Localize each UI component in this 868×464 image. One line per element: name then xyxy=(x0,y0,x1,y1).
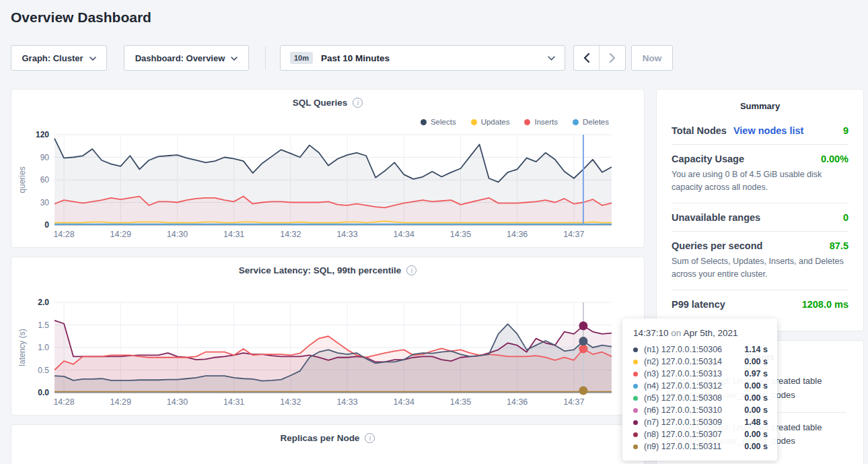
tooltip-value: 0.00 s xyxy=(744,430,768,439)
time-range-label: Past 10 Minutes xyxy=(321,53,390,63)
chevron-down-icon xyxy=(89,57,96,61)
tooltip-node: (n7) 127.0.0.1:50309 xyxy=(644,418,722,427)
svg-text:120: 120 xyxy=(36,130,49,139)
summary-panel: Summary Total NodesView nodes list9Capac… xyxy=(656,89,864,331)
svg-text:14:37: 14:37 xyxy=(563,397,584,407)
svg-text:14:37: 14:37 xyxy=(563,230,584,239)
legend-dot xyxy=(471,119,477,125)
legend-label: Selects xyxy=(431,118,456,126)
svg-text:14:32: 14:32 xyxy=(280,397,301,407)
summary-value: 87.5 xyxy=(830,240,848,251)
svg-text:14:28: 14:28 xyxy=(53,397,74,407)
svg-text:14:31: 14:31 xyxy=(223,230,244,239)
svg-text:1.5: 1.5 xyxy=(38,321,49,330)
series-color-dot xyxy=(633,408,638,413)
svg-text:14:36: 14:36 xyxy=(507,397,528,407)
tooltip-node: (n5) 127.0.0.1:50308 xyxy=(644,393,722,403)
info-icon[interactable]: i xyxy=(406,265,417,275)
series-color-dot xyxy=(633,360,638,364)
summary-label: Total Nodes xyxy=(672,125,727,136)
tooltip-node: (n8) 127.0.0.1:50307 xyxy=(644,430,722,439)
summary-rows: Total NodesView nodes list9Capacity Usag… xyxy=(657,111,863,318)
replicas-per-node-title: Replicas per Node xyxy=(281,433,360,443)
tooltip-time: 14:37:10 xyxy=(633,328,669,338)
svg-text:1.0: 1.0 xyxy=(38,343,49,352)
svg-text:2.0: 2.0 xyxy=(38,298,49,307)
legend-item-deletes[interactable]: Deletes xyxy=(573,118,609,126)
now-button-label: Now xyxy=(643,53,662,63)
toolbar: Graph: Cluster Dashboard: Overview 10m P… xyxy=(0,45,868,71)
svg-text:14:29: 14:29 xyxy=(110,230,131,239)
svg-text:14:28: 14:28 xyxy=(53,230,74,239)
svg-text:14:33: 14:33 xyxy=(336,397,357,407)
series-color-dot xyxy=(633,372,638,376)
graph-dropdown-label: Graph: Cluster xyxy=(22,53,83,63)
service-latency-chart[interactable]: 0.00.51.01.52.014:2814:2914:3014:3114:32… xyxy=(11,294,645,414)
legend-dot xyxy=(421,119,427,125)
tooltip-node: (n6) 127.0.0.1:50310 xyxy=(644,405,722,415)
summary-subtext: You are using 0 B of 4.5 GiB usable disk… xyxy=(672,168,848,195)
view-nodes-list-link[interactable]: View nodes list xyxy=(733,125,804,136)
series-color-dot xyxy=(633,396,638,401)
tooltip-value: 1.14 s xyxy=(744,345,768,354)
summary-label: Capacity Usage xyxy=(672,154,744,164)
legend-label: Inserts xyxy=(534,118,558,126)
svg-text:14:35: 14:35 xyxy=(450,230,471,239)
tooltip-row: (n4) 127.0.0.1:503120.00 s xyxy=(633,380,768,392)
info-icon[interactable]: i xyxy=(365,433,375,443)
summary-heading: Summary xyxy=(657,90,863,111)
legend-item-inserts[interactable]: Inserts xyxy=(524,118,558,126)
legend-label: Deletes xyxy=(583,118,609,126)
tooltip-node: (n3) 127.0.0.1:50313 xyxy=(644,369,722,378)
time-prev-button[interactable] xyxy=(574,46,600,70)
legend-item-updates[interactable]: Updates xyxy=(471,118,510,126)
tooltip-date: Apr 5th, 2021 xyxy=(683,328,737,338)
dashboard-dropdown[interactable]: Dashboard: Overview xyxy=(124,45,249,71)
overview-dashboard-page: Overview Dashboard Graph: Cluster Dashbo… xyxy=(0,0,868,464)
info-icon[interactable]: i xyxy=(353,98,363,108)
svg-text:30: 30 xyxy=(40,198,50,207)
tooltip-row: (n2) 127.0.0.1:503140.00 s xyxy=(633,356,768,368)
svg-text:14:30: 14:30 xyxy=(167,397,188,407)
tooltip-node: (n9) 127.0.0.1:50311 xyxy=(644,442,721,451)
time-range-dropdown[interactable]: 10m Past 10 Minutes xyxy=(280,45,565,71)
tooltip-value: 0.00 s xyxy=(744,405,768,415)
tooltip-timestamp: 14:37:10 on Apr 5th, 2021 xyxy=(633,328,768,338)
summary-label: Queries per second xyxy=(672,240,762,251)
chevron-right-icon xyxy=(610,53,616,63)
svg-text:14:36: 14:36 xyxy=(507,230,528,239)
legend-item-selects[interactable]: Selects xyxy=(421,118,456,126)
tooltip-node: (n1) 127.0.0.1:50306 xyxy=(644,345,722,354)
svg-text:14:34: 14:34 xyxy=(394,397,414,407)
tooltip-row: (n1) 127.0.0.1:503061.14 s xyxy=(633,343,768,356)
summary-label: Unavailable ranges xyxy=(672,212,760,223)
summary-row: P99 latency1208.0 ms xyxy=(672,290,848,318)
summary-value: 1208.0 ms xyxy=(802,299,848,310)
svg-text:0.5: 0.5 xyxy=(38,366,49,375)
chevron-down-icon xyxy=(548,56,555,61)
service-latency-panel: Service Latency: SQL, 99th percentile i … xyxy=(11,257,645,416)
series-color-dot xyxy=(633,347,638,352)
legend-label: Updates xyxy=(481,118,510,126)
graph-dropdown[interactable]: Graph: Cluster xyxy=(11,45,107,71)
time-range-badge: 10m xyxy=(290,52,313,64)
time-nav-group xyxy=(573,45,626,71)
summary-row: Unavailable ranges0 xyxy=(672,203,848,232)
time-next-button[interactable] xyxy=(600,46,625,70)
svg-text:14:35: 14:35 xyxy=(450,397,471,407)
tooltip-value: 0.00 s xyxy=(744,442,768,451)
chevron-down-icon xyxy=(231,57,238,61)
svg-text:90: 90 xyxy=(40,153,50,162)
summary-row: Capacity Usage0.00%You are using 0 B of … xyxy=(672,145,848,203)
now-button[interactable]: Now xyxy=(631,45,673,71)
replicas-per-node-panel: Replicas per Node i xyxy=(11,424,645,464)
tooltip-row: (n7) 127.0.0.1:503091.48 s xyxy=(633,416,768,428)
svg-text:latency (s): latency (s) xyxy=(17,329,27,366)
svg-text:queries: queries xyxy=(17,166,27,193)
sql-queries-chart[interactable]: 030609012014:2814:2914:3014:3114:3214:33… xyxy=(11,127,645,246)
summary-value: 9 xyxy=(843,125,848,136)
svg-text:60: 60 xyxy=(40,175,50,185)
tooltip-node: (n4) 127.0.0.1:50312 xyxy=(644,381,722,391)
svg-text:14:29: 14:29 xyxy=(110,397,131,407)
dashboard-dropdown-label: Dashboard: Overview xyxy=(135,53,225,63)
